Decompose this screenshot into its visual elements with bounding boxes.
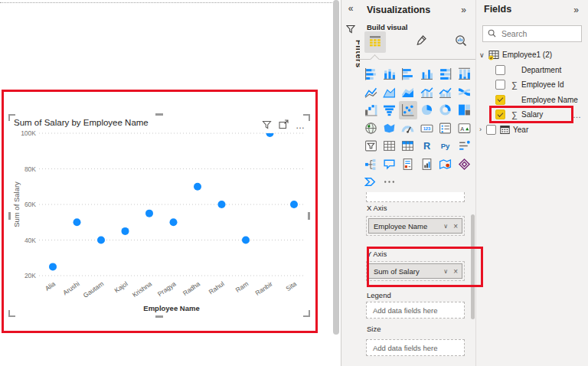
treemap-icon[interactable] [455,101,473,119]
gauge-icon[interactable] [399,119,417,138]
svg-text:Rahul: Rahul [207,279,226,296]
analytics-magnifier-icon [454,34,468,51]
svg-text:100K: 100K [21,129,36,137]
fields-search-box[interactable] [482,25,582,42]
table-icon[interactable] [380,137,398,155]
smart-narrative-icon[interactable] [380,155,398,174]
filter-funnel-icon [346,23,355,37]
report-canvas[interactable]: 20K40K60K80K100KSum of SalaryEmployee Na… [0,0,341,366]
line-chart-icon[interactable] [361,83,380,102]
line-and-clustered-column-chart-icon[interactable] [436,83,455,102]
collapse-chevron-icon[interactable]: ∨ [479,51,488,59]
field-well-clipped [366,192,465,202]
svg-text:Sum of Salary: Sum of Salary [12,181,21,227]
expand-filters-icon[interactable]: « [341,3,360,14]
svg-text:Pragya: Pragya [156,279,178,298]
multi-row-card-icon[interactable] [436,119,455,138]
checkbox-unchecked[interactable] [486,125,496,135]
r-script-visual-icon[interactable]: R [417,137,436,155]
svg-text:Radha: Radha [181,279,201,297]
expand-pane-icon[interactable]: » [461,5,466,15]
remove-field-icon[interactable]: × [453,222,458,230]
line-and-stacked-column-chart-icon[interactable] [417,83,436,102]
checkbox-unchecked[interactable] [495,80,505,90]
visual-type-grid: 123ARPy [361,65,475,191]
scatter-chart-visual[interactable]: 20K40K60K80K100KSum of SalaryEmployee Na… [10,115,309,316]
format-brush-icon [414,34,428,51]
svg-text:80K: 80K [24,165,36,173]
checkbox-unchecked[interactable] [495,65,505,75]
y-axis-well[interactable]: Sum of Salary ∨ × [366,261,465,281]
sigma-icon: ∑ [509,80,520,90]
chevron-down-icon[interactable]: ∨ [443,268,448,275]
visual-action-bar: … [262,119,305,132]
metrics-icon[interactable] [417,155,436,174]
tree-item-employee1[interactable]: ∨ Employee1 (2) [476,47,588,63]
stacked-area-chart-icon[interactable] [399,83,417,102]
clustered-bar-chart-icon[interactable] [399,65,417,83]
decomposition-tree-icon[interactable] [361,155,380,174]
python-visual-icon[interactable]: Py [436,137,455,155]
stacked-column-chart-icon[interactable] [380,65,398,83]
slicer-icon[interactable] [361,137,380,155]
search-input[interactable] [500,28,577,39]
filters-pane-collapsed[interactable]: « Filters [341,0,360,366]
visualizations-pane-title: Visualizations [367,5,430,15]
arcgis-map-icon[interactable] [436,155,455,174]
x-axis-well[interactable]: Employee Name ∨ × [366,216,465,236]
card-icon[interactable]: 123 [417,119,436,138]
focus-mode-icon[interactable] [279,119,289,132]
key-influencers-icon[interactable] [455,137,473,155]
hundred-stacked-bar-chart-icon[interactable] [436,65,455,83]
paginated-report-icon[interactable] [399,155,417,174]
map-icon[interactable] [361,119,380,138]
checkbox-checked[interactable] [495,109,505,119]
matrix-icon[interactable] [399,137,417,155]
y-axis-field-pill[interactable]: Sum of Salary ∨ × [368,263,462,279]
visualizations-scrollbar[interactable] [471,214,475,319]
expand-chevron-icon[interactable]: › [479,126,486,133]
remove-field-icon[interactable]: × [453,267,458,276]
hundred-stacked-column-chart-icon[interactable] [455,65,473,83]
canvas-scrollbar[interactable] [333,0,339,335]
x-axis-field-name: Employee Name [374,222,443,230]
fields-tree: ∨ Employee1 (2) ∑ Department ∑ Employee … [476,47,588,137]
checkbox-checked[interactable] [495,95,505,105]
tab-analytics[interactable] [450,31,472,53]
stacked-bar-chart-icon[interactable] [361,65,380,83]
table-icon [488,50,499,60]
power-apps-icon[interactable] [455,155,473,174]
funnel-chart-icon[interactable] [380,101,398,119]
tree-item-salary[interactable]: ∑ Salary … [476,107,588,123]
power-automate-icon[interactable] [361,173,380,191]
visual-filter-icon[interactable] [262,119,272,132]
tree-item-employee-name[interactable]: ∑ Employee Name [476,93,588,108]
more-options-icon[interactable]: … [296,122,305,129]
scatter-chart-icon[interactable] [399,101,417,119]
tab-build-visual[interactable] [364,31,386,53]
svg-text:Py: Py [441,142,450,150]
x-axis-field-pill[interactable]: Employee Name ∨ × [368,218,462,234]
area-chart-icon[interactable] [380,83,398,102]
more-options-icon[interactable] [380,173,398,191]
waterfall-chart-icon[interactable] [361,101,380,119]
pie-chart-icon[interactable] [417,101,436,119]
tree-item-employee-id[interactable]: ∑ Employee Id [476,77,588,93]
tab-format-visual[interactable] [410,31,432,53]
size-well[interactable]: Add data fields here [366,339,465,356]
svg-text:60K: 60K [24,201,36,208]
visualizations-pane: Visualizations » Build visual 123ARPy X … [360,0,476,366]
more-options-icon[interactable]: … [573,110,588,119]
expand-pane-icon[interactable]: » [573,5,579,15]
kpi-icon[interactable]: A [455,119,473,138]
tree-item-department[interactable]: ∑ Department [476,63,588,78]
scatter-chart-plot[interactable]: 20K40K60K80K100KSum of SalaryEmployee Na… [10,115,309,316]
donut-chart-icon[interactable] [436,101,455,119]
page-boundary-line [0,2,332,3]
chevron-down-icon[interactable]: ∨ [443,223,448,230]
legend-well[interactable]: Add data fields here [366,302,465,319]
filled-map-icon[interactable] [380,119,398,138]
ribbon-chart-icon[interactable] [455,83,473,102]
clustered-column-chart-icon[interactable] [417,65,436,83]
tree-item-year[interactable]: › Year [476,123,588,138]
